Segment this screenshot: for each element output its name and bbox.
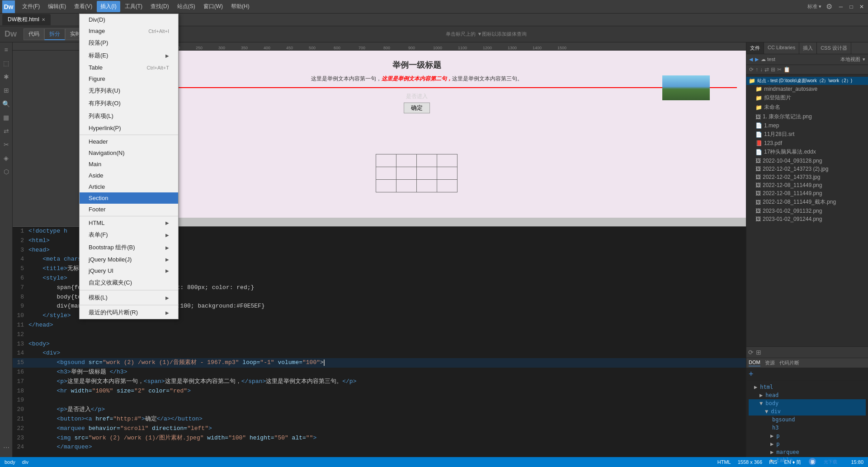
refresh-icon[interactable]: ⟳	[748, 349, 754, 356]
dom-tag-h3[interactable]: h3	[770, 424, 780, 431]
menu-item-table[interactable]: Table Ctrl+Alt+T	[80, 62, 178, 73]
menu-item-form[interactable]: 表单(F) ▶	[80, 229, 178, 241]
rp-icon-cut[interactable]: ✂	[777, 66, 782, 73]
menu-item-ol[interactable]: 有序列表(O)	[80, 97, 178, 110]
rp-icon-upload[interactable]: ↑	[755, 66, 758, 73]
sidebar-icon-4[interactable]: ⊞	[1, 85, 11, 95]
dom-node-html[interactable]: ▶ html	[749, 383, 866, 391]
close-button[interactable]: ✕	[858, 3, 866, 11]
dom-node-p1[interactable]: ▶ p	[749, 432, 866, 440]
dom-node-p2[interactable]: ▶ p	[749, 440, 866, 448]
tree-item-img7[interactable]: 🖼 2023-01-02_091132.png	[746, 207, 868, 215]
dom-node-h3[interactable]: h3	[749, 424, 866, 432]
rp-icon-download[interactable]: ↓	[760, 66, 763, 73]
dom-expand-p[interactable]: ▶	[770, 433, 774, 439]
status-tag-body[interactable]: body	[5, 459, 15, 465]
code-mode-button[interactable]: 代码	[24, 28, 44, 40]
menu-edit[interactable]: 编辑(E)	[44, 1, 70, 12]
tree-item-cornell[interactable]: 🖼 1. 康奈尔笔记法.png	[746, 112, 868, 121]
rp-tab-cc[interactable]: CC Libraries	[764, 42, 799, 54]
code-snippet-icon[interactable]: ⊞	[756, 349, 761, 356]
sidebar-icon-9[interactable]: ◈	[1, 153, 11, 163]
menu-item-section[interactable]: Section	[80, 192, 178, 204]
tree-item-img2[interactable]: 🖼 2022-12-02_143723 (2).jpg	[746, 165, 868, 173]
menu-item-recent[interactable]: 最近的代码片断(R) ▶	[80, 306, 178, 319]
tree-item-pdf[interactable]: 📕 123.pdf	[746, 139, 868, 147]
status-tag-div[interactable]: div	[22, 459, 28, 465]
dom-tag-bgsound[interactable]: bgsound	[770, 416, 797, 423]
dom-node-head[interactable]: ▶ head	[749, 391, 866, 399]
rp-tab-files[interactable]: 文件	[746, 42, 764, 54]
tree-item-img6[interactable]: 🖼 2022-12-08_111449_截本.png	[746, 197, 868, 207]
dom-node-body[interactable]: ▼ body	[749, 399, 866, 407]
dom-expand-marquee[interactable]: ▶	[770, 449, 774, 455]
dom-expand-body[interactable]: ▼	[760, 400, 763, 406]
tree-item-img8[interactable]: 🖼 2023-01-02_091244.png	[746, 215, 868, 223]
tree-item-img5[interactable]: 🖼 2022-12-08_111449.png	[746, 189, 868, 197]
menu-item-heading[interactable]: 标题(E) ▶	[80, 49, 178, 62]
tree-item-unnamed[interactable]: 📁 未命名	[746, 103, 868, 112]
collapse-icon[interactable]: ▶	[755, 56, 759, 62]
dom-expand-div[interactable]: ▼	[765, 408, 768, 415]
menu-item-jqueryui[interactable]: jQuery UI ▶	[80, 265, 178, 276]
tab-dw-html[interactable]: DW教程.html ✕	[2, 14, 51, 25]
tree-item-images[interactable]: 📁 拟登陆图片	[746, 93, 868, 103]
menu-item-image[interactable]: Image Ctrl+Alt+I	[80, 25, 178, 37]
dom-expand-head[interactable]: ▶	[760, 392, 763, 398]
dom-node-div[interactable]: ▼ div	[749, 407, 866, 416]
expand-icon[interactable]: ◀	[749, 56, 753, 62]
sidebar-icon-3[interactable]: ✱	[1, 72, 11, 82]
dom-tag-p2[interactable]: p	[774, 440, 781, 448]
rp-icon-sync[interactable]: ⇄	[764, 66, 769, 73]
menu-site[interactable]: 站点(S)	[174, 1, 199, 12]
menu-item-bootstrap[interactable]: Bootstrap 组件(B) ▶	[80, 241, 178, 254]
dom-tag-p[interactable]: p	[774, 432, 781, 439]
menu-item-jquerymobile[interactable]: jQuery Mobile(J) ▶	[80, 254, 178, 265]
menu-item-div[interactable]: Div(D)	[80, 14, 178, 25]
menu-item-paragraph[interactable]: 段落(P)	[80, 37, 178, 49]
dom-expand-html[interactable]: ▶	[754, 384, 757, 390]
tree-item-mindmaster[interactable]: 📁 mindmaster_autosave	[746, 85, 868, 93]
tree-root[interactable]: 📁 站点 - test (D:\tools\桌面\work（2）\work（2）…	[746, 77, 868, 85]
menu-item-html[interactable]: HTML ▶	[80, 217, 178, 229]
rp-tab-insert[interactable]: 插入	[799, 42, 817, 54]
dom-tag-div[interactable]: div	[769, 408, 783, 415]
menu-window[interactable]: 窗口(W)	[200, 1, 226, 12]
menu-item-hyperlink[interactable]: Hyperlink(P)	[80, 122, 178, 134]
menu-item-favorites[interactable]: 自定义收藏夹(C)	[80, 276, 178, 289]
tab-close-icon[interactable]: ✕	[42, 17, 45, 22]
split-mode-button[interactable]: 拆分	[44, 28, 65, 40]
dom-node-bgsound[interactable]: bgsound	[749, 416, 866, 424]
menu-item-nav[interactable]: Navigation(N)	[80, 147, 178, 159]
menu-item-li[interactable]: 列表项(L)	[80, 110, 178, 122]
sidebar-icon-1[interactable]: ≡	[1, 45, 11, 55]
menu-view[interactable]: 查看(V)	[71, 1, 96, 12]
dom-tag-head[interactable]: head	[764, 392, 780, 399]
dom-tab-assets[interactable]: 资源	[765, 360, 775, 366]
tree-item-srt[interactable]: 📄 11月28日.srt	[746, 130, 868, 139]
sidebar-icon-7[interactable]: ⇄	[1, 126, 11, 136]
menu-item-template[interactable]: 模板(L) ▶	[80, 291, 178, 304]
dom-tag-body[interactable]: body	[764, 400, 780, 407]
menu-help[interactable]: 帮助(H)	[227, 1, 253, 12]
minimize-button[interactable]: ─	[837, 3, 845, 11]
rp-icon-paste[interactable]: 📋	[783, 66, 790, 73]
tree-item-brainstorm[interactable]: 📄 17种头脑风暴法.eddx	[746, 147, 868, 157]
menu-item-figure[interactable]: Figure	[80, 73, 178, 84]
menu-tools[interactable]: 工具(T)	[121, 1, 146, 12]
menu-item-article[interactable]: Article	[80, 181, 178, 192]
rp-tab-css[interactable]: CSS 设计器	[817, 42, 851, 54]
design-confirm-button[interactable]: 确定	[404, 103, 430, 113]
maximize-button[interactable]: □	[847, 3, 855, 11]
sidebar-icon-6[interactable]: ▦	[1, 112, 11, 122]
tree-item-img4[interactable]: 🖼 2022-12-08_111449.png	[746, 181, 868, 189]
tree-item-img3[interactable]: 🖼 2022-12-02_143733.jpg	[746, 173, 868, 181]
tree-item-img1[interactable]: 🖼 2022-10-04_093128.png	[746, 157, 868, 165]
menu-item-main[interactable]: Main	[80, 159, 178, 170]
gear-icon[interactable]: ⚙	[826, 2, 832, 11]
dom-tag-marquee[interactable]: marquee	[774, 448, 801, 456]
rp-icon-expand[interactable]: ⊞	[771, 66, 775, 73]
design-canvas[interactable]: div 举例一级标题 这里是举例文本内容第一句，这里是举例文本内容第二句，这里是…	[87, 51, 746, 226]
sidebar-icon-bottom[interactable]: ⋯	[1, 443, 11, 453]
sidebar-icon-8[interactable]: ✂	[1, 140, 11, 149]
